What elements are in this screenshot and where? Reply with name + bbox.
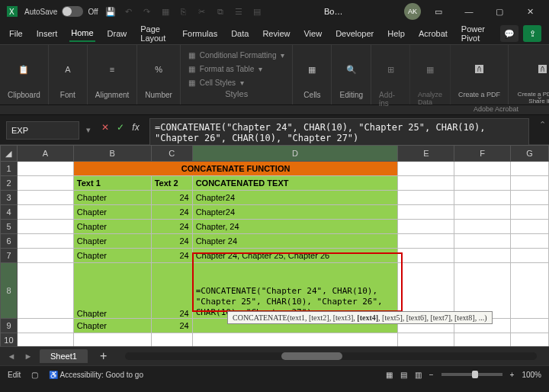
menu-file[interactable]: File — [8, 26, 24, 41]
col-F[interactable]: F — [454, 146, 511, 162]
zoom-slider[interactable] — [441, 373, 502, 376]
qat-icon-3[interactable]: ✂ — [196, 5, 208, 18]
formula-input[interactable]: =CONCATENATE("Chapter 24", CHAR(10), "Ch… — [149, 118, 529, 147]
paste-icon[interactable]: 📋 — [12, 58, 35, 81]
col-G[interactable]: G — [511, 146, 549, 162]
share-pdf-icon[interactable]: 🅰 — [531, 58, 549, 81]
cells-icon[interactable]: ▦ — [300, 58, 323, 81]
menu-developer[interactable]: Developer — [334, 26, 375, 41]
save-icon[interactable]: 💾 — [104, 5, 117, 18]
select-all[interactable]: ◢ — [1, 146, 18, 162]
col-E[interactable]: E — [398, 146, 454, 162]
cell-D5[interactable]: Chapter, 24 — [192, 220, 398, 234]
name-box[interactable]: EXP — [6, 121, 79, 140]
avatar[interactable]: AK — [404, 3, 421, 20]
qat-icon-5[interactable]: ☰ — [233, 5, 245, 18]
expand-formula-icon[interactable]: ⌃ — [535, 115, 549, 130]
fx-icon[interactable]: fx — [130, 121, 142, 133]
create-pdf-icon[interactable]: 🅰 — [468, 58, 491, 81]
menu-data[interactable]: Data — [230, 26, 250, 41]
row-2[interactable]: 2 — [1, 176, 18, 191]
accessibility-status[interactable]: ♿ Accessibility: Good to go — [49, 371, 143, 379]
collapse-ribbon-icon[interactable]: ⌄ — [536, 92, 543, 101]
zoom-level[interactable]: 100% — [522, 371, 541, 379]
cell-C3[interactable]: 24 — [151, 191, 192, 205]
redo-icon[interactable]: ↷ — [141, 5, 153, 18]
sheet-next-icon[interactable]: ► — [23, 352, 34, 361]
macro-record-icon[interactable]: ▢ — [31, 371, 38, 379]
menu-draw[interactable]: Draw — [106, 26, 129, 41]
name-box-dropdown-icon[interactable]: ▾ — [82, 121, 95, 138]
row-6[interactable]: 6 — [1, 234, 18, 249]
row-1[interactable]: 1 — [1, 162, 18, 176]
col-B[interactable]: B — [73, 146, 151, 162]
cell-D4[interactable]: Chapter24 — [192, 205, 398, 220]
row-4[interactable]: 4 — [1, 205, 18, 220]
cell-B3[interactable]: Chapter — [73, 191, 151, 205]
alignment-icon[interactable]: ≡ — [101, 58, 124, 81]
zoom-out-icon[interactable]: − — [429, 371, 434, 379]
menu-formulas[interactable]: Formulas — [181, 26, 219, 41]
view-page-icon[interactable]: ▤ — [400, 371, 407, 379]
format-as-table-button[interactable]: ▦ Format as Table ▾ — [188, 62, 285, 76]
enter-icon[interactable]: ✓ — [114, 121, 127, 133]
row-3[interactable]: 3 — [1, 191, 18, 205]
row-7[interactable]: 7 — [1, 249, 18, 263]
cell-B4[interactable]: Chapter — [73, 205, 151, 220]
cell-C4[interactable]: 24 — [151, 205, 192, 220]
cell-D3[interactable]: Chapter24 — [192, 191, 398, 205]
cell-B5[interactable]: Chapter — [73, 220, 151, 234]
sheet-tab[interactable]: Sheet1 — [40, 349, 88, 363]
row-8[interactable]: 8 — [1, 263, 18, 319]
qat-icon-6[interactable]: ▤ — [251, 5, 263, 18]
view-break-icon[interactable]: ▥ — [415, 371, 422, 379]
maximize-icon[interactable]: ▢ — [486, 2, 512, 21]
col-A[interactable]: A — [17, 146, 73, 162]
col-D[interactable]: D — [192, 146, 398, 162]
cell-B8[interactable]: Chapter — [73, 263, 151, 319]
menu-insert[interactable]: Insert — [35, 26, 59, 41]
close-icon[interactable]: ✕ — [517, 2, 543, 21]
col-C[interactable]: C — [151, 146, 192, 162]
spreadsheet-grid[interactable]: ◢ A B C D E F G 1CONCATENATE FUNCTION 2T… — [0, 145, 549, 346]
cell-C5[interactable]: 24 — [151, 220, 192, 234]
qat-icon-4[interactable]: ⧉ — [214, 5, 226, 18]
cell-D7[interactable]: Chapter 24, Chapter 25, Chapter 26 — [192, 249, 398, 263]
menu-view[interactable]: View — [302, 26, 323, 41]
cell-B9[interactable]: Chapter — [73, 319, 151, 333]
zoom-in-icon[interactable]: + — [510, 371, 515, 379]
autosave-toggle[interactable]: AutoSave Off — [24, 6, 98, 17]
scrollbar-thumb[interactable] — [281, 352, 342, 360]
menu-help[interactable]: Help — [386, 26, 406, 41]
menu-page-layout[interactable]: Page Layout — [139, 21, 170, 46]
cell-C6[interactable]: 24 — [151, 234, 192, 249]
undo-icon[interactable]: ↶ — [123, 5, 135, 18]
cell-styles-button[interactable]: ▦ Cell Styles ▾ — [188, 76, 285, 89]
cell-D6[interactable]: Chapter 24 — [192, 234, 398, 249]
cancel-icon[interactable]: ✕ — [99, 121, 111, 133]
qat-icon-2[interactable]: ⎘ — [178, 5, 190, 18]
menu-power-pivot[interactable]: Power Pivot — [460, 21, 490, 46]
row-5[interactable]: 5 — [1, 220, 18, 234]
hdr-result[interactable]: CONCATENATED TEXT — [192, 176, 398, 191]
cell-B6[interactable]: Chapter — [73, 234, 151, 249]
comments-button[interactable]: 💬 — [500, 25, 518, 42]
title-cell[interactable]: CONCATENATE FUNCTION — [73, 162, 398, 176]
new-sheet-button[interactable]: + — [94, 349, 113, 363]
font-icon[interactable]: A — [56, 58, 79, 81]
hdr-text1[interactable]: Text 1 — [73, 176, 151, 191]
menu-acrobat[interactable]: Acrobat — [417, 26, 449, 41]
hdr-text2[interactable]: Text 2 — [151, 176, 192, 191]
row-9[interactable]: 9 — [1, 319, 18, 333]
menu-home[interactable]: Home — [69, 25, 95, 42]
toggle-icon[interactable] — [62, 6, 83, 17]
row-10[interactable]: 10 — [1, 333, 18, 347]
cell-C8[interactable]: 24 — [151, 263, 192, 319]
ribbon-options-icon[interactable]: ▭ — [425, 2, 451, 21]
editing-icon[interactable]: 🔍 — [340, 58, 363, 81]
menu-review[interactable]: Review — [261, 26, 291, 41]
sheet-prev-icon[interactable]: ◄ — [6, 352, 17, 361]
cell-B7[interactable]: Chapter — [73, 249, 151, 263]
conditional-formatting-button[interactable]: ▦ Conditional Formatting ▾ — [188, 48, 285, 62]
qat-icon-1[interactable]: ▦ — [159, 5, 172, 18]
